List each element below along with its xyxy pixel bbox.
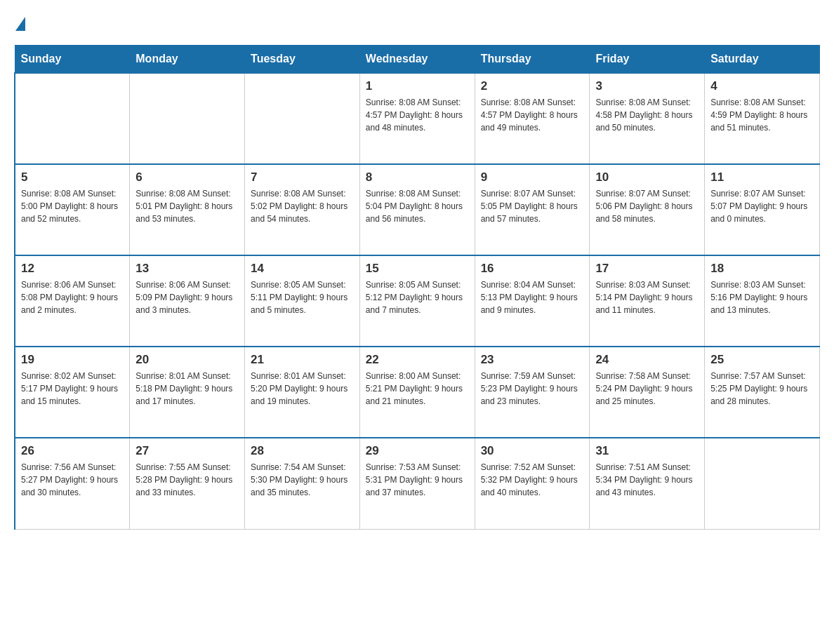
day-info: Sunrise: 7:58 AM Sunset: 5:24 PM Dayligh… bbox=[595, 370, 699, 408]
day-number: 3 bbox=[595, 79, 699, 93]
day-info: Sunrise: 8:03 AM Sunset: 5:14 PM Dayligh… bbox=[595, 279, 699, 316]
calendar-cell: 17Sunrise: 8:03 AM Sunset: 5:14 PM Dayli… bbox=[590, 255, 705, 347]
calendar-cell: 28Sunrise: 7:54 AM Sunset: 5:30 PM Dayli… bbox=[245, 438, 360, 529]
day-number: 15 bbox=[366, 262, 469, 276]
calendar-cell: 7Sunrise: 8:08 AM Sunset: 5:02 PM Daylig… bbox=[245, 164, 360, 255]
calendar-cell: 13Sunrise: 8:06 AM Sunset: 5:09 PM Dayli… bbox=[130, 255, 245, 347]
day-number: 23 bbox=[481, 353, 584, 367]
day-info: Sunrise: 8:06 AM Sunset: 5:09 PM Dayligh… bbox=[135, 279, 239, 316]
day-number: 28 bbox=[251, 444, 354, 458]
calendar-cell: 19Sunrise: 8:02 AM Sunset: 5:17 PM Dayli… bbox=[15, 347, 130, 438]
day-info: Sunrise: 8:01 AM Sunset: 5:20 PM Dayligh… bbox=[251, 370, 354, 408]
day-header-thursday: Thursday bbox=[475, 46, 590, 74]
logo-triangle-icon bbox=[15, 17, 25, 31]
day-info: Sunrise: 8:02 AM Sunset: 5:17 PM Dayligh… bbox=[21, 370, 124, 408]
day-number: 21 bbox=[251, 353, 354, 367]
day-number: 22 bbox=[366, 353, 469, 367]
day-number: 7 bbox=[251, 170, 354, 185]
day-info: Sunrise: 8:08 AM Sunset: 5:01 PM Dayligh… bbox=[135, 187, 239, 225]
day-info: Sunrise: 7:55 AM Sunset: 5:28 PM Dayligh… bbox=[135, 461, 239, 499]
day-number: 18 bbox=[710, 262, 814, 276]
day-number: 29 bbox=[366, 444, 469, 458]
calendar-cell: 24Sunrise: 7:58 AM Sunset: 5:24 PM Dayli… bbox=[590, 347, 705, 438]
day-number: 24 bbox=[595, 353, 699, 367]
logo bbox=[14, 14, 25, 31]
calendar-cell: 26Sunrise: 7:56 AM Sunset: 5:27 PM Dayli… bbox=[15, 438, 130, 529]
day-number: 16 bbox=[481, 262, 584, 276]
day-info: Sunrise: 8:07 AM Sunset: 5:05 PM Dayligh… bbox=[481, 187, 584, 225]
calendar-table: SundayMondayTuesdayWednesdayThursdayFrid… bbox=[14, 45, 820, 530]
calendar-cell: 1Sunrise: 8:08 AM Sunset: 4:57 PM Daylig… bbox=[359, 73, 475, 164]
day-info: Sunrise: 8:01 AM Sunset: 5:18 PM Dayligh… bbox=[135, 370, 239, 408]
calendar-cell: 4Sunrise: 8:08 AM Sunset: 4:59 PM Daylig… bbox=[705, 73, 820, 164]
calendar-cell: 14Sunrise: 8:05 AM Sunset: 5:11 PM Dayli… bbox=[245, 255, 360, 347]
day-number: 1 bbox=[366, 79, 469, 93]
day-number: 20 bbox=[135, 353, 239, 367]
calendar-cell: 5Sunrise: 8:08 AM Sunset: 5:00 PM Daylig… bbox=[15, 164, 130, 255]
calendar-cell bbox=[15, 73, 130, 164]
day-info: Sunrise: 7:59 AM Sunset: 5:23 PM Dayligh… bbox=[481, 370, 584, 408]
calendar-week-row: 12Sunrise: 8:06 AM Sunset: 5:08 PM Dayli… bbox=[15, 255, 820, 347]
calendar-cell: 6Sunrise: 8:08 AM Sunset: 5:01 PM Daylig… bbox=[130, 164, 245, 255]
day-number: 9 bbox=[481, 170, 584, 185]
day-info: Sunrise: 7:52 AM Sunset: 5:32 PM Dayligh… bbox=[481, 461, 584, 499]
calendar-cell: 30Sunrise: 7:52 AM Sunset: 5:32 PM Dayli… bbox=[475, 438, 590, 529]
day-header-wednesday: Wednesday bbox=[359, 46, 475, 74]
day-number: 13 bbox=[135, 262, 239, 276]
day-number: 4 bbox=[710, 79, 814, 93]
calendar-cell: 15Sunrise: 8:05 AM Sunset: 5:12 PM Dayli… bbox=[359, 255, 475, 347]
day-header-saturday: Saturday bbox=[705, 46, 820, 74]
calendar-cell bbox=[705, 438, 820, 529]
day-info: Sunrise: 8:00 AM Sunset: 5:21 PM Dayligh… bbox=[366, 370, 469, 408]
day-info: Sunrise: 7:56 AM Sunset: 5:27 PM Dayligh… bbox=[21, 461, 124, 499]
calendar-cell: 10Sunrise: 8:07 AM Sunset: 5:06 PM Dayli… bbox=[590, 164, 705, 255]
day-header-sunday: Sunday bbox=[15, 46, 130, 74]
day-info: Sunrise: 8:08 AM Sunset: 4:57 PM Dayligh… bbox=[481, 96, 584, 134]
day-info: Sunrise: 7:53 AM Sunset: 5:31 PM Dayligh… bbox=[366, 461, 469, 499]
day-number: 14 bbox=[251, 262, 354, 276]
day-number: 27 bbox=[135, 444, 239, 458]
calendar-week-row: 5Sunrise: 8:08 AM Sunset: 5:00 PM Daylig… bbox=[15, 164, 820, 255]
day-number: 5 bbox=[21, 170, 124, 185]
page-header bbox=[14, 14, 820, 31]
calendar-week-row: 19Sunrise: 8:02 AM Sunset: 5:17 PM Dayli… bbox=[15, 347, 820, 438]
day-info: Sunrise: 8:07 AM Sunset: 5:07 PM Dayligh… bbox=[710, 187, 814, 225]
day-info: Sunrise: 8:07 AM Sunset: 5:06 PM Dayligh… bbox=[595, 187, 699, 225]
day-info: Sunrise: 8:03 AM Sunset: 5:16 PM Dayligh… bbox=[710, 279, 814, 316]
calendar-cell: 18Sunrise: 8:03 AM Sunset: 5:16 PM Dayli… bbox=[705, 255, 820, 347]
day-info: Sunrise: 8:08 AM Sunset: 5:04 PM Dayligh… bbox=[366, 187, 469, 225]
day-info: Sunrise: 8:08 AM Sunset: 4:58 PM Dayligh… bbox=[595, 96, 699, 134]
day-info: Sunrise: 8:05 AM Sunset: 5:11 PM Dayligh… bbox=[251, 279, 354, 316]
calendar-cell: 27Sunrise: 7:55 AM Sunset: 5:28 PM Dayli… bbox=[130, 438, 245, 529]
calendar-cell: 11Sunrise: 8:07 AM Sunset: 5:07 PM Dayli… bbox=[705, 164, 820, 255]
day-info: Sunrise: 8:08 AM Sunset: 4:59 PM Dayligh… bbox=[710, 96, 814, 134]
calendar-cell: 23Sunrise: 7:59 AM Sunset: 5:23 PM Dayli… bbox=[475, 347, 590, 438]
day-number: 26 bbox=[21, 444, 124, 458]
calendar-cell: 12Sunrise: 8:06 AM Sunset: 5:08 PM Dayli… bbox=[15, 255, 130, 347]
day-number: 12 bbox=[21, 262, 124, 276]
day-info: Sunrise: 8:08 AM Sunset: 4:57 PM Dayligh… bbox=[366, 96, 469, 134]
calendar-cell: 29Sunrise: 7:53 AM Sunset: 5:31 PM Dayli… bbox=[359, 438, 475, 529]
day-number: 10 bbox=[595, 170, 699, 185]
day-header-friday: Friday bbox=[590, 46, 705, 74]
calendar-cell: 3Sunrise: 8:08 AM Sunset: 4:58 PM Daylig… bbox=[590, 73, 705, 164]
day-info: Sunrise: 8:08 AM Sunset: 5:02 PM Dayligh… bbox=[251, 187, 354, 225]
day-info: Sunrise: 7:57 AM Sunset: 5:25 PM Dayligh… bbox=[710, 370, 814, 408]
day-number: 6 bbox=[135, 170, 239, 185]
calendar-cell: 20Sunrise: 8:01 AM Sunset: 5:18 PM Dayli… bbox=[130, 347, 245, 438]
day-number: 30 bbox=[481, 444, 584, 458]
calendar-cell: 21Sunrise: 8:01 AM Sunset: 5:20 PM Dayli… bbox=[245, 347, 360, 438]
day-number: 31 bbox=[595, 444, 699, 458]
day-header-monday: Monday bbox=[130, 46, 245, 74]
calendar-cell bbox=[130, 73, 245, 164]
day-number: 11 bbox=[710, 170, 814, 185]
calendar-header-row: SundayMondayTuesdayWednesdayThursdayFrid… bbox=[15, 46, 820, 74]
day-info: Sunrise: 8:08 AM Sunset: 5:00 PM Dayligh… bbox=[21, 187, 124, 225]
day-number: 25 bbox=[710, 353, 814, 367]
calendar-week-row: 1Sunrise: 8:08 AM Sunset: 4:57 PM Daylig… bbox=[15, 73, 820, 164]
day-info: Sunrise: 8:06 AM Sunset: 5:08 PM Dayligh… bbox=[21, 279, 124, 316]
calendar-cell: 31Sunrise: 7:51 AM Sunset: 5:34 PM Dayli… bbox=[590, 438, 705, 529]
calendar-cell: 8Sunrise: 8:08 AM Sunset: 5:04 PM Daylig… bbox=[359, 164, 475, 255]
day-info: Sunrise: 7:54 AM Sunset: 5:30 PM Dayligh… bbox=[251, 461, 354, 499]
day-number: 2 bbox=[481, 79, 584, 93]
